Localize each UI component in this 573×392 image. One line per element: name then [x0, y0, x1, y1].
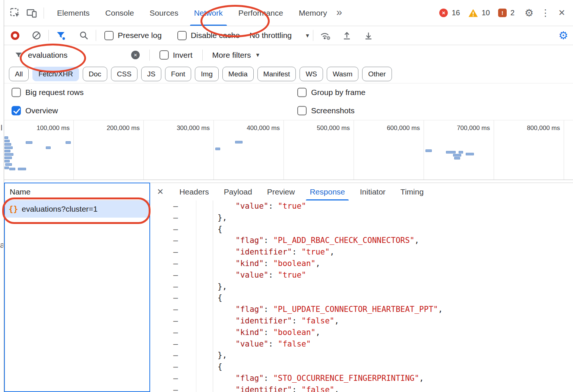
- chip-all[interactable]: All: [9, 67, 29, 81]
- chip-doc[interactable]: Doc: [83, 67, 107, 81]
- detail-tab-initiator[interactable]: Initiator: [352, 183, 393, 200]
- error-badge-icon[interactable]: ✕: [439, 9, 448, 17]
- timeline-request-bar: [46, 146, 51, 149]
- response-viewer[interactable]: –"value": "true"–},–{–"flag": "PL_ADD_RB…: [150, 200, 573, 392]
- line-gutter-marker: –: [150, 281, 196, 293]
- timeline-tick-label: 400,000 ms: [220, 124, 280, 132]
- timeline-request-bar: [4, 150, 10, 152]
- timeline-gridline: [564, 120, 564, 180]
- detail-tab-timing[interactable]: Timing: [393, 183, 431, 200]
- import-har-icon[interactable]: [339, 27, 355, 44]
- invert-filter-toggle[interactable]: Invert: [159, 50, 193, 60]
- detail-tab-preview[interactable]: Preview: [260, 183, 303, 200]
- timeline-request-bar: [4, 140, 10, 142]
- search-icon[interactable]: [76, 27, 92, 44]
- timeline-request-bar: [466, 153, 474, 155]
- chip-ws[interactable]: WS: [300, 67, 323, 81]
- request-name: evaluations?cluster=1: [22, 205, 98, 214]
- overview-toggle[interactable]: Overview: [12, 106, 58, 115]
- chip-css[interactable]: CSS: [111, 67, 137, 81]
- filter-input-value[interactable]: evaluations: [28, 51, 67, 60]
- code-line: –},: [150, 212, 573, 224]
- throttling-select[interactable]: No throttling ▾: [250, 31, 309, 40]
- code-line: –"flag": "PL_UPDATE_CONNECTOR_HEARTBEAT_…: [150, 304, 573, 315]
- timeline-request-bar: [215, 148, 220, 150]
- filter-input[interactable]: evaluations ✕: [28, 51, 140, 60]
- group-by-frame-toggle[interactable]: Group by frame: [297, 88, 365, 97]
- divider: [48, 30, 49, 41]
- detail-tab-payload[interactable]: Payload: [216, 183, 260, 200]
- line-gutter-marker: –: [150, 269, 196, 281]
- screenshots-toggle[interactable]: Screenshots: [297, 106, 355, 115]
- preserve-log-toggle[interactable]: Preserve log: [104, 31, 162, 40]
- invert-checkbox[interactable]: [159, 50, 169, 60]
- timeline-request-bar: [66, 141, 71, 144]
- chip-font[interactable]: Font: [165, 67, 191, 81]
- chip-manifest[interactable]: Manifest: [257, 67, 296, 81]
- request-row[interactable]: {}evaluations?cluster=1: [5, 200, 149, 218]
- export-har-icon[interactable]: [360, 27, 377, 44]
- chip-js[interactable]: JS: [141, 67, 161, 81]
- overview-checkbox[interactable]: [12, 106, 21, 115]
- json-response-icon: {}: [9, 205, 18, 214]
- chip-fetch-xhr[interactable]: Fetch/XHR: [32, 67, 79, 81]
- warning-triangle-icon[interactable]: [468, 9, 478, 18]
- line-gutter-marker: –: [150, 258, 196, 269]
- inspect-element-icon[interactable]: [7, 5, 23, 21]
- tab-sources[interactable]: Sources: [142, 0, 186, 26]
- detail-tab-response[interactable]: Response: [302, 183, 352, 200]
- tab-performance[interactable]: Performance: [231, 0, 291, 26]
- settings-gear-icon[interactable]: ⚙: [523, 7, 535, 19]
- preserve-log-checkbox[interactable]: [104, 31, 114, 40]
- close-devtools-icon[interactable]: ✕: [555, 7, 568, 19]
- more-tabs-chevron-icon[interactable]: »: [336, 6, 342, 18]
- big-request-rows-checkbox[interactable]: [12, 88, 21, 97]
- group-by-frame-checkbox[interactable]: [297, 88, 307, 97]
- issues-icon[interactable]: !: [498, 9, 507, 17]
- chip-media[interactable]: Media: [222, 67, 254, 81]
- timeline-tick-label: 300,000 ms: [150, 124, 210, 132]
- code-line: –"identifier": "false",: [150, 315, 573, 327]
- timeline-request-bar: [4, 153, 13, 156]
- chip-wasm[interactable]: Wasm: [327, 67, 358, 81]
- disable-cache-toggle[interactable]: Disable cache: [177, 31, 240, 40]
- line-gutter-marker: –: [150, 338, 196, 350]
- tab-memory[interactable]: Memory: [291, 0, 335, 26]
- name-column-header[interactable]: Name: [5, 183, 149, 200]
- chip-other[interactable]: Other: [362, 67, 392, 81]
- big-request-rows-label: Big request rows: [25, 88, 83, 97]
- record-network-log-button[interactable]: [11, 31, 19, 40]
- issues-count[interactable]: 2: [510, 9, 515, 17]
- network-toolbar-icons: [317, 27, 377, 44]
- line-gutter-marker: –: [150, 224, 196, 235]
- big-request-rows-toggle[interactable]: Big request rows: [12, 88, 83, 97]
- chip-img[interactable]: Img: [195, 67, 219, 81]
- warning-count[interactable]: 10: [482, 9, 490, 17]
- error-count[interactable]: 16: [452, 9, 460, 17]
- disable-cache-checkbox[interactable]: [177, 31, 187, 40]
- tab-console[interactable]: Console: [98, 0, 142, 26]
- clear-network-log-icon[interactable]: [28, 27, 45, 44]
- issues-exclamation-glyph: !: [501, 10, 503, 16]
- close-detail-icon[interactable]: ✕: [157, 187, 164, 197]
- divider: [96, 30, 96, 41]
- toggle-device-toolbar-icon[interactable]: [23, 5, 40, 21]
- tab-network[interactable]: Network: [186, 0, 231, 26]
- timeline-request-bar: [4, 167, 9, 169]
- tab-elements[interactable]: Elements: [49, 0, 98, 26]
- code-line: –"flag": "PL_ADD_RBAC_CHECK_CONNECTORS",: [150, 235, 573, 246]
- clear-filter-icon[interactable]: ✕: [131, 51, 140, 59]
- detail-tab-headers[interactable]: Headers: [172, 183, 216, 200]
- network-settings-gear-icon[interactable]: ⚙: [557, 29, 570, 42]
- screenshots-checkbox[interactable]: [297, 106, 307, 115]
- code-line: –"kind": "boolean",: [150, 327, 573, 338]
- line-gutter-marker: –: [150, 246, 196, 258]
- timeline-tick-label: 500,000 ms: [290, 124, 350, 132]
- more-filters-button[interactable]: More filters ▾: [212, 51, 259, 60]
- timeline-request-bar: [4, 146, 13, 149]
- kebab-menu-icon[interactable]: ⋮: [539, 7, 552, 19]
- timeline-overview[interactable]: 100,000 ms200,000 ms300,000 ms400,000 ms…: [4, 120, 573, 180]
- filter-funnel-icon[interactable]: [53, 27, 69, 44]
- network-conditions-icon[interactable]: [317, 27, 333, 44]
- network-toolbar: Preserve log Disable cache No throttling…: [4, 26, 573, 45]
